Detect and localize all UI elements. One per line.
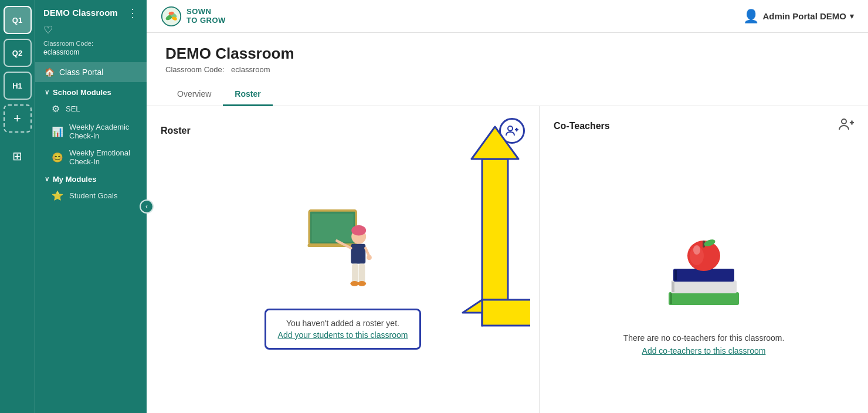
quarter-h1-button[interactable]: H1 <box>4 72 32 100</box>
sidebar-classroom-name: DEMO Classroom <box>43 8 118 18</box>
svg-point-19 <box>350 280 358 286</box>
svg-rect-17 <box>352 263 358 282</box>
svg-point-38 <box>693 245 700 255</box>
quarter-q1-button[interactable]: Q1 <box>4 6 32 34</box>
admin-person-icon: 👤 <box>743 9 759 24</box>
topbar: SOWN TO GROW 👤 Admin Portal DEMO ▾ <box>147 0 868 33</box>
teacher-illustration <box>302 205 384 299</box>
roster-panel-header: Roster <box>161 118 525 144</box>
roster-empty-message-box: You haven't added a roster yet. Add your… <box>265 309 422 350</box>
grid-view-icon[interactable]: ⊞ <box>4 144 30 168</box>
school-modules-chevron: ∨ <box>45 89 49 96</box>
my-modules-chevron: ∨ <box>45 175 49 183</box>
school-modules-header[interactable]: ∨ School Modules <box>35 83 147 99</box>
weekly-academic-label: Weekly Academic Check-in <box>69 123 137 140</box>
roster-empty-state: You haven't added a roster yet. Add your… <box>161 153 525 401</box>
student-goals-icon: ⭐ <box>52 190 63 201</box>
favorite-icon[interactable]: ♡ <box>35 22 147 40</box>
add-co-teacher-svg <box>839 118 854 131</box>
sidebar-item-weekly-academic[interactable]: 📊 Weekly Academic Check-in <box>35 119 147 144</box>
add-co-teacher-icon[interactable] <box>839 118 854 134</box>
tab-overview[interactable]: Overview <box>165 83 223 106</box>
add-roster-icon <box>506 125 518 137</box>
books-illustration <box>657 216 751 321</box>
page-title: DEMO Classroom <box>165 45 849 63</box>
add-class-button[interactable]: + <box>4 104 32 133</box>
page-content: DEMO Classroom Classroom Code: eclassroo… <box>147 33 868 413</box>
sidebar-item-sel[interactable]: ⚙ SEL <box>35 99 147 119</box>
add-students-link[interactable]: Add your students to this classroom <box>278 330 408 340</box>
content-panels: Roster <box>147 106 868 413</box>
svg-point-12 <box>351 225 366 235</box>
admin-label: Admin Portal DEMO <box>762 11 846 21</box>
co-teachers-title: Co-Teachers <box>554 121 610 131</box>
sidebar-left-column: Q1 Q2 H1 + ⊞ <box>0 0 35 413</box>
class-portal-label: Class Portal <box>59 67 103 77</box>
svg-rect-31 <box>672 282 674 292</box>
svg-rect-29 <box>670 293 672 304</box>
my-modules-header[interactable]: ∨ My Modules <box>35 170 147 186</box>
tab-roster[interactable]: Roster <box>223 83 272 106</box>
roster-panel-title: Roster <box>161 126 191 136</box>
sidebar-item-class-portal[interactable]: 🏠 Class Portal <box>35 62 147 82</box>
roster-empty-message-text: You haven't added a roster yet. <box>278 319 408 328</box>
sidebar-classroom-header: DEMO Classroom ⋮ <box>35 0 147 22</box>
student-goals-label: Student Goals <box>69 191 117 200</box>
sel-label: SEL <box>66 104 80 113</box>
svg-rect-30 <box>671 280 737 293</box>
tabs: Overview Roster <box>147 83 868 106</box>
logo: SOWN TO GROW <box>161 6 226 27</box>
school-modules-label: School Modules <box>53 88 111 97</box>
admin-dropdown-icon: ▾ <box>850 12 854 21</box>
co-teachers-empty-state: There are no co-teachers for this classr… <box>554 146 854 401</box>
svg-point-16 <box>367 255 372 260</box>
home-icon: 🏠 <box>45 67 55 77</box>
page-header: DEMO Classroom Classroom Code: eclassroo… <box>147 33 868 83</box>
logo-icon <box>161 6 182 27</box>
page-classroom-code-value: eclassroom <box>231 65 270 74</box>
admin-portal-button[interactable]: 👤 Admin Portal DEMO ▾ <box>743 9 854 24</box>
add-roster-button[interactable] <box>499 118 525 144</box>
svg-rect-13 <box>351 243 365 263</box>
svg-rect-33 <box>674 270 677 280</box>
co-teachers-empty-text: There are no co-teachers for this classr… <box>623 333 785 343</box>
my-modules-label: My Modules <box>53 175 96 184</box>
weekly-academic-icon: 📊 <box>52 126 63 137</box>
more-options-icon[interactable]: ⋮ <box>127 6 138 20</box>
add-co-teachers-link[interactable]: Add co-teachers to this classroom <box>642 346 766 356</box>
sidebar-right-column: DEMO Classroom ⋮ ♡ Classroom Code: eclas… <box>35 0 147 413</box>
svg-rect-9 <box>311 214 353 242</box>
roster-panel: Roster <box>147 106 540 413</box>
weekly-emotional-icon: 😊 <box>52 152 63 163</box>
co-teachers-panel: Co-Teachers <box>540 106 868 413</box>
svg-point-5 <box>508 126 513 131</box>
sidebar-item-student-goals[interactable]: ⭐ Student Goals <box>35 186 147 205</box>
sel-icon: ⚙ <box>52 103 60 114</box>
svg-point-25 <box>842 119 846 124</box>
co-teachers-header: Co-Teachers <box>554 118 854 134</box>
svg-point-20 <box>357 280 365 286</box>
classroom-code-value: eclassroom <box>35 48 147 62</box>
weekly-emotional-label: Weekly Emotional Check-In <box>69 148 137 166</box>
quarter-q2-button[interactable]: Q2 <box>4 39 32 67</box>
svg-rect-28 <box>669 292 739 305</box>
logo-text: SOWN TO GROW <box>187 8 226 25</box>
main-content: SOWN TO GROW 👤 Admin Portal DEMO ▾ DEMO … <box>147 0 868 413</box>
classroom-code-label: Classroom Code: <box>35 40 147 47</box>
sidebar-collapse-button[interactable]: ‹ <box>140 199 154 214</box>
sidebar-item-weekly-emotional[interactable]: 😊 Weekly Emotional Check-In <box>35 144 147 170</box>
nav-section: 🏠 Class Portal <box>35 62 147 83</box>
svg-rect-18 <box>358 263 365 282</box>
sidebar: Q1 Q2 H1 + ⊞ DEMO Classroom ⋮ ♡ Classroo… <box>0 0 147 413</box>
page-classroom-code: Classroom Code: eclassroom <box>165 65 849 74</box>
